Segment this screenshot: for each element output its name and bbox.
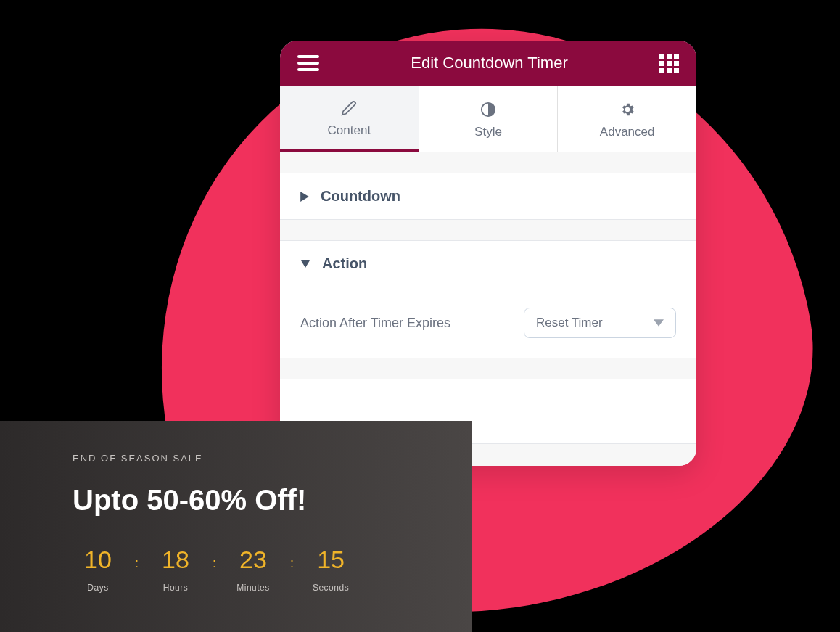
countdown-seconds: 15 Seconds xyxy=(305,546,356,593)
section-gap xyxy=(280,152,696,173)
countdown-separator: : xyxy=(135,546,139,571)
editor-panel: Edit Countdown Timer Content Style Advan… xyxy=(280,41,696,466)
select-value: Reset Timer xyxy=(536,316,603,330)
section-countdown-title: Countdown xyxy=(321,188,400,205)
promo-card: END OF SEASON SALE Upto 50-60% Off! 10 D… xyxy=(0,421,472,632)
action-expire-select[interactable]: Reset Timer xyxy=(524,308,676,338)
chevron-down-icon xyxy=(654,319,664,327)
countdown-days-value: 10 xyxy=(84,546,112,574)
countdown-hours-value: 18 xyxy=(162,546,189,574)
section-action-title: Action xyxy=(322,255,367,272)
tab-content[interactable]: Content xyxy=(280,86,419,152)
countdown-separator: : xyxy=(213,546,216,571)
grid-icon[interactable] xyxy=(659,54,679,73)
panel-gap xyxy=(280,358,696,379)
caret-right-icon xyxy=(300,192,309,202)
countdown-seconds-label: Seconds xyxy=(313,583,349,593)
panel-title: Edit Countdown Timer xyxy=(411,54,567,73)
countdown-minutes-value: 23 xyxy=(239,546,267,574)
countdown-seconds-value: 15 xyxy=(317,546,345,574)
action-section-body: Action After Timer Expires Reset Timer xyxy=(280,287,696,358)
tab-advanced[interactable]: Advanced xyxy=(558,86,696,152)
hamburger-icon[interactable] xyxy=(297,55,319,71)
countdown-days-label: Days xyxy=(87,583,108,593)
tab-style-label: Style xyxy=(474,125,502,139)
section-gap xyxy=(280,220,696,240)
tab-advanced-label: Advanced xyxy=(600,125,655,139)
section-action[interactable]: Action xyxy=(280,240,696,287)
countdown-minutes: 23 Minutes xyxy=(228,546,279,593)
countdown-hours: 18 Hours xyxy=(150,546,201,593)
tab-style[interactable]: Style xyxy=(419,86,559,152)
caret-down-icon xyxy=(300,260,310,268)
tab-content-label: Content xyxy=(328,123,371,138)
countdown-hours-label: Hours xyxy=(163,583,189,593)
section-countdown[interactable]: Countdown xyxy=(280,173,696,220)
promo-eyebrow: END OF SEASON SALE xyxy=(73,453,431,464)
promo-headline: Upto 50-60% Off! xyxy=(73,484,431,517)
countdown-days: 10 Days xyxy=(73,546,123,593)
contrast-icon xyxy=(480,102,496,118)
countdown-minutes-label: Minutes xyxy=(236,583,270,593)
countdown-timer: 10 Days : 18 Hours : 23 Minutes : 15 Sec… xyxy=(73,546,431,593)
action-expire-label: Action After Timer Expires xyxy=(300,316,509,331)
pencil-icon xyxy=(341,100,357,116)
panel-header: Edit Countdown Timer xyxy=(280,41,696,86)
gear-icon xyxy=(619,102,635,118)
countdown-separator: : xyxy=(290,546,294,571)
tabs: Content Style Advanced xyxy=(280,86,696,152)
